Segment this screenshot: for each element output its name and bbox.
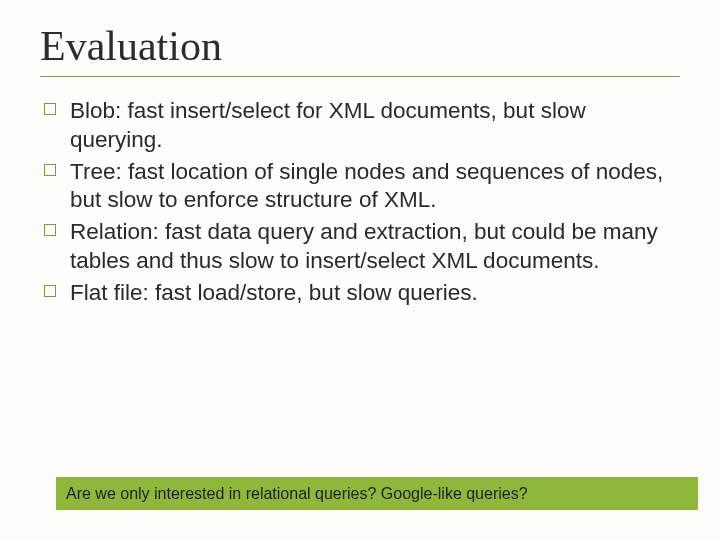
square-icon [44, 224, 56, 236]
bullet-text: Tree: fast location of single nodes and … [70, 159, 663, 213]
bullet-text: Flat file: fast load/store, but slow que… [70, 280, 478, 305]
bullet-text: Relation: fast data query and extraction… [70, 219, 658, 273]
footer-text: Are we only interested in relational que… [66, 484, 688, 503]
list-item: Flat file: fast load/store, but slow que… [44, 279, 680, 308]
list-item: Blob: fast insert/select for XML documen… [44, 97, 680, 155]
square-icon [44, 285, 56, 297]
slide: Evaluation Blob: fast insert/select for … [0, 0, 720, 540]
list-item: Relation: fast data query and extraction… [44, 218, 680, 276]
page-title: Evaluation [40, 22, 680, 77]
footer-band: Are we only interested in relational que… [56, 477, 698, 510]
bullet-text: Blob: fast insert/select for XML documen… [70, 98, 586, 152]
square-icon [44, 103, 56, 115]
list-item: Tree: fast location of single nodes and … [44, 158, 680, 216]
square-icon [44, 164, 56, 176]
bullet-list: Blob: fast insert/select for XML documen… [40, 97, 680, 308]
